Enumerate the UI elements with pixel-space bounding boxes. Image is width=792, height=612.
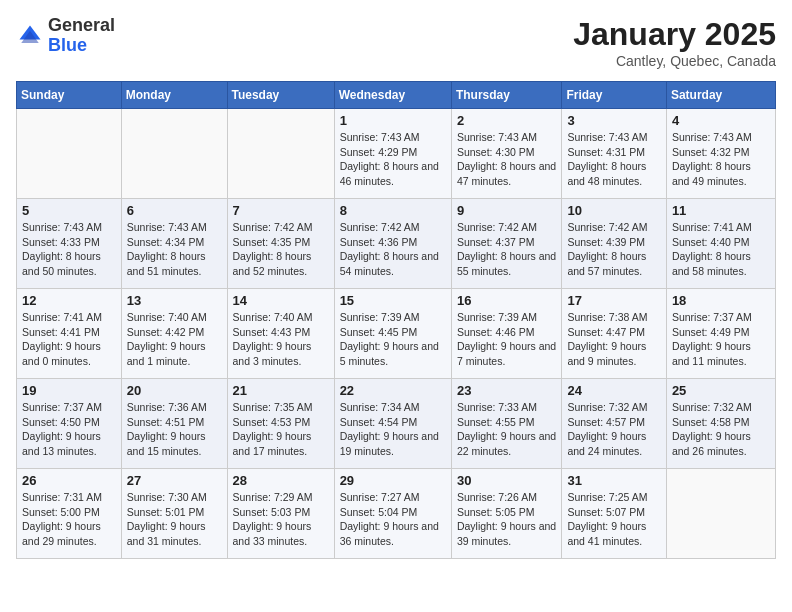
calendar-title: January 2025 xyxy=(573,16,776,53)
calendar-cell: 11Sunrise: 7:41 AMSunset: 4:40 PMDayligh… xyxy=(666,199,775,289)
day-info: Sunrise: 7:37 AMSunset: 4:49 PMDaylight:… xyxy=(672,310,770,369)
weekday-header-wednesday: Wednesday xyxy=(334,82,451,109)
calendar-cell: 30Sunrise: 7:26 AMSunset: 5:05 PMDayligh… xyxy=(451,469,562,559)
day-info: Sunrise: 7:25 AMSunset: 5:07 PMDaylight:… xyxy=(567,490,660,549)
calendar-cell: 19Sunrise: 7:37 AMSunset: 4:50 PMDayligh… xyxy=(17,379,122,469)
week-row-4: 19Sunrise: 7:37 AMSunset: 4:50 PMDayligh… xyxy=(17,379,776,469)
calendar-cell: 1Sunrise: 7:43 AMSunset: 4:29 PMDaylight… xyxy=(334,109,451,199)
day-info: Sunrise: 7:42 AMSunset: 4:37 PMDaylight:… xyxy=(457,220,557,279)
day-number: 26 xyxy=(22,473,116,488)
calendar-cell: 28Sunrise: 7:29 AMSunset: 5:03 PMDayligh… xyxy=(227,469,334,559)
day-number: 31 xyxy=(567,473,660,488)
calendar-cell: 27Sunrise: 7:30 AMSunset: 5:01 PMDayligh… xyxy=(121,469,227,559)
day-number: 19 xyxy=(22,383,116,398)
calendar-cell: 16Sunrise: 7:39 AMSunset: 4:46 PMDayligh… xyxy=(451,289,562,379)
day-info: Sunrise: 7:42 AMSunset: 4:39 PMDaylight:… xyxy=(567,220,660,279)
day-number: 24 xyxy=(567,383,660,398)
day-info: Sunrise: 7:39 AMSunset: 4:45 PMDaylight:… xyxy=(340,310,446,369)
day-number: 14 xyxy=(233,293,329,308)
calendar-cell xyxy=(121,109,227,199)
day-number: 13 xyxy=(127,293,222,308)
calendar-cell: 20Sunrise: 7:36 AMSunset: 4:51 PMDayligh… xyxy=(121,379,227,469)
calendar-cell: 7Sunrise: 7:42 AMSunset: 4:35 PMDaylight… xyxy=(227,199,334,289)
day-info: Sunrise: 7:40 AMSunset: 4:42 PMDaylight:… xyxy=(127,310,222,369)
calendar-cell: 4Sunrise: 7:43 AMSunset: 4:32 PMDaylight… xyxy=(666,109,775,199)
calendar-cell: 29Sunrise: 7:27 AMSunset: 5:04 PMDayligh… xyxy=(334,469,451,559)
calendar-cell xyxy=(17,109,122,199)
day-info: Sunrise: 7:31 AMSunset: 5:00 PMDaylight:… xyxy=(22,490,116,549)
calendar-cell: 3Sunrise: 7:43 AMSunset: 4:31 PMDaylight… xyxy=(562,109,666,199)
logo-icon xyxy=(16,22,44,50)
day-info: Sunrise: 7:41 AMSunset: 4:41 PMDaylight:… xyxy=(22,310,116,369)
calendar-cell: 18Sunrise: 7:37 AMSunset: 4:49 PMDayligh… xyxy=(666,289,775,379)
day-info: Sunrise: 7:27 AMSunset: 5:04 PMDaylight:… xyxy=(340,490,446,549)
day-number: 6 xyxy=(127,203,222,218)
day-number: 17 xyxy=(567,293,660,308)
day-info: Sunrise: 7:43 AMSunset: 4:30 PMDaylight:… xyxy=(457,130,557,189)
calendar-cell: 13Sunrise: 7:40 AMSunset: 4:42 PMDayligh… xyxy=(121,289,227,379)
day-number: 8 xyxy=(340,203,446,218)
weekday-header-saturday: Saturday xyxy=(666,82,775,109)
calendar-cell: 23Sunrise: 7:33 AMSunset: 4:55 PMDayligh… xyxy=(451,379,562,469)
day-info: Sunrise: 7:26 AMSunset: 5:05 PMDaylight:… xyxy=(457,490,557,549)
day-number: 23 xyxy=(457,383,557,398)
calendar-cell: 24Sunrise: 7:32 AMSunset: 4:57 PMDayligh… xyxy=(562,379,666,469)
calendar-cell: 22Sunrise: 7:34 AMSunset: 4:54 PMDayligh… xyxy=(334,379,451,469)
day-number: 11 xyxy=(672,203,770,218)
day-info: Sunrise: 7:42 AMSunset: 4:36 PMDaylight:… xyxy=(340,220,446,279)
day-info: Sunrise: 7:42 AMSunset: 4:35 PMDaylight:… xyxy=(233,220,329,279)
day-info: Sunrise: 7:40 AMSunset: 4:43 PMDaylight:… xyxy=(233,310,329,369)
calendar-subtitle: Cantley, Quebec, Canada xyxy=(573,53,776,69)
weekday-header-sunday: Sunday xyxy=(17,82,122,109)
day-number: 25 xyxy=(672,383,770,398)
day-info: Sunrise: 7:32 AMSunset: 4:58 PMDaylight:… xyxy=(672,400,770,459)
weekday-header-tuesday: Tuesday xyxy=(227,82,334,109)
day-info: Sunrise: 7:29 AMSunset: 5:03 PMDaylight:… xyxy=(233,490,329,549)
day-number: 28 xyxy=(233,473,329,488)
day-info: Sunrise: 7:33 AMSunset: 4:55 PMDaylight:… xyxy=(457,400,557,459)
day-number: 2 xyxy=(457,113,557,128)
calendar-cell: 12Sunrise: 7:41 AMSunset: 4:41 PMDayligh… xyxy=(17,289,122,379)
day-info: Sunrise: 7:43 AMSunset: 4:34 PMDaylight:… xyxy=(127,220,222,279)
week-row-2: 5Sunrise: 7:43 AMSunset: 4:33 PMDaylight… xyxy=(17,199,776,289)
day-info: Sunrise: 7:38 AMSunset: 4:47 PMDaylight:… xyxy=(567,310,660,369)
day-number: 12 xyxy=(22,293,116,308)
week-row-3: 12Sunrise: 7:41 AMSunset: 4:41 PMDayligh… xyxy=(17,289,776,379)
day-number: 16 xyxy=(457,293,557,308)
calendar-cell: 9Sunrise: 7:42 AMSunset: 4:37 PMDaylight… xyxy=(451,199,562,289)
calendar-cell: 31Sunrise: 7:25 AMSunset: 5:07 PMDayligh… xyxy=(562,469,666,559)
weekday-header-monday: Monday xyxy=(121,82,227,109)
day-info: Sunrise: 7:34 AMSunset: 4:54 PMDaylight:… xyxy=(340,400,446,459)
day-info: Sunrise: 7:43 AMSunset: 4:29 PMDaylight:… xyxy=(340,130,446,189)
day-number: 9 xyxy=(457,203,557,218)
day-info: Sunrise: 7:36 AMSunset: 4:51 PMDaylight:… xyxy=(127,400,222,459)
day-number: 30 xyxy=(457,473,557,488)
day-number: 15 xyxy=(340,293,446,308)
calendar-cell: 14Sunrise: 7:40 AMSunset: 4:43 PMDayligh… xyxy=(227,289,334,379)
calendar-cell: 5Sunrise: 7:43 AMSunset: 4:33 PMDaylight… xyxy=(17,199,122,289)
day-number: 18 xyxy=(672,293,770,308)
weekday-header-thursday: Thursday xyxy=(451,82,562,109)
day-info: Sunrise: 7:37 AMSunset: 4:50 PMDaylight:… xyxy=(22,400,116,459)
calendar-cell: 25Sunrise: 7:32 AMSunset: 4:58 PMDayligh… xyxy=(666,379,775,469)
day-number: 22 xyxy=(340,383,446,398)
day-number: 3 xyxy=(567,113,660,128)
day-number: 4 xyxy=(672,113,770,128)
week-row-5: 26Sunrise: 7:31 AMSunset: 5:00 PMDayligh… xyxy=(17,469,776,559)
calendar-cell: 6Sunrise: 7:43 AMSunset: 4:34 PMDaylight… xyxy=(121,199,227,289)
day-number: 29 xyxy=(340,473,446,488)
calendar-cell: 15Sunrise: 7:39 AMSunset: 4:45 PMDayligh… xyxy=(334,289,451,379)
day-number: 1 xyxy=(340,113,446,128)
day-number: 5 xyxy=(22,203,116,218)
day-number: 7 xyxy=(233,203,329,218)
weekday-header-friday: Friday xyxy=(562,82,666,109)
day-info: Sunrise: 7:32 AMSunset: 4:57 PMDaylight:… xyxy=(567,400,660,459)
day-number: 27 xyxy=(127,473,222,488)
calendar-cell: 26Sunrise: 7:31 AMSunset: 5:00 PMDayligh… xyxy=(17,469,122,559)
logo-general-text: General xyxy=(48,15,115,35)
day-info: Sunrise: 7:43 AMSunset: 4:33 PMDaylight:… xyxy=(22,220,116,279)
calendar-cell: 10Sunrise: 7:42 AMSunset: 4:39 PMDayligh… xyxy=(562,199,666,289)
day-info: Sunrise: 7:35 AMSunset: 4:53 PMDaylight:… xyxy=(233,400,329,459)
header: General Blue January 2025 Cantley, Quebe… xyxy=(16,16,776,69)
calendar-table: SundayMondayTuesdayWednesdayThursdayFrid… xyxy=(16,81,776,559)
